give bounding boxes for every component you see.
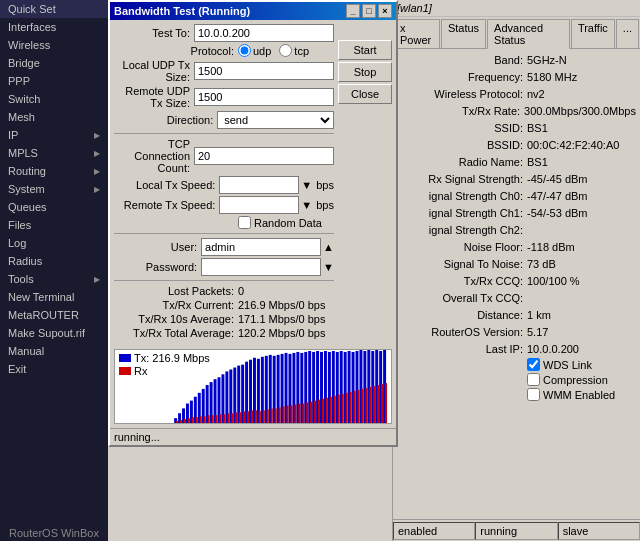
tx-rx-ccq-key: Tx/Rx CCQ:	[397, 275, 527, 287]
svg-rect-87	[306, 403, 308, 423]
sidebar-item-switch[interactable]: Switch	[0, 90, 108, 108]
sidebar-item-metarouter[interactable]: MetaROUTER	[0, 306, 108, 324]
sidebar-branding: RouterOS WinBox	[0, 523, 108, 541]
stop-button[interactable]: Stop	[338, 62, 392, 82]
tcp-conn-label: TCP Connection Count:	[114, 138, 190, 174]
svg-rect-57	[188, 418, 190, 423]
password-input[interactable]	[201, 258, 321, 276]
compression-checkbox[interactable]	[527, 373, 540, 386]
remote-udp-tx-input[interactable]	[194, 88, 334, 106]
udp-radio-label[interactable]: udp	[238, 44, 271, 57]
tab-more[interactable]: ...	[616, 19, 639, 48]
bottom-status-bar: enabled running slave	[393, 519, 640, 541]
wds-link-checkbox[interactable]	[527, 358, 540, 371]
remote-tx-speed-row: Remote Tx Speed: ▼ bps	[114, 196, 334, 214]
last-ip-key: Last IP:	[397, 343, 527, 355]
tcp-radio[interactable]	[279, 44, 292, 57]
sidebar-item-radius[interactable]: Radius	[0, 252, 108, 270]
random-data-label[interactable]: Random Data	[238, 216, 322, 229]
bssid-val: 00:0C:42:F2:40:A0	[527, 139, 636, 151]
wmm-enabled-label: WMM Enabled	[543, 389, 615, 401]
dropdown-arrow-local[interactable]: ▼	[301, 179, 312, 191]
rx-legend-label: Rx	[134, 365, 147, 377]
sidebar-item-manual[interactable]: Manual	[0, 342, 108, 360]
divider-1	[114, 133, 334, 134]
sidebar-item-exit[interactable]: Exit	[0, 360, 108, 378]
sidebar-item-queues[interactable]: Queues	[0, 198, 108, 216]
tab-status[interactable]: Status	[441, 19, 486, 48]
local-udp-tx-input[interactable]	[194, 62, 334, 80]
test-to-input[interactable]	[194, 24, 334, 42]
right-panel: [wlan1] x Power Status Advanced Status T…	[392, 0, 640, 541]
local-udp-tx-label: Local UDP Tx Size:	[114, 59, 190, 83]
sidebar-item-new-terminal[interactable]: New Terminal	[0, 288, 108, 306]
sidebar-item-ip[interactable]: IP ▶	[0, 126, 108, 144]
wmm-enabled-checkbox[interactable]	[527, 388, 540, 401]
svg-rect-105	[377, 385, 379, 423]
direction-select[interactable]: send receive both	[217, 111, 334, 129]
status-field-running: running	[475, 522, 557, 540]
sidebar-item-mpls[interactable]: MPLS ▶	[0, 144, 108, 162]
svg-rect-97	[346, 393, 348, 423]
tcp-conn-input[interactable]	[194, 147, 334, 165]
status-field-slave: slave	[558, 522, 640, 540]
sidebar-item-ppp[interactable]: PPP	[0, 72, 108, 90]
distance-val: 1 km	[527, 309, 636, 321]
status-running-text: running	[480, 525, 517, 537]
tx-rx-total-value: 120.2 Mbps/0 bps	[238, 327, 325, 339]
user-dropdown-arrow[interactable]: ▲	[323, 241, 334, 253]
remote-tx-speed-input[interactable]	[219, 196, 299, 214]
svg-rect-93	[330, 397, 332, 423]
rx-signal-key: Rx Signal Strength:	[397, 173, 527, 185]
sidebar-item-routing[interactable]: Routing ▶	[0, 162, 108, 180]
info-band: Band: 5GHz-N	[393, 51, 640, 68]
tx-rx-10s-label: Tx/Rx 10s Average:	[114, 313, 234, 325]
dropdown-arrow-remote[interactable]: ▼	[301, 199, 312, 211]
maximize-button[interactable]: □	[362, 4, 376, 18]
wireless-protocol-key: Wireless Protocol:	[397, 88, 527, 100]
protocol-row: Protocol: udp tcp	[114, 44, 334, 57]
sidebar-item-mesh[interactable]: Mesh	[0, 108, 108, 126]
svg-rect-100	[357, 390, 359, 423]
direction-row: Direction: send receive both	[114, 111, 334, 129]
sidebar-item-wireless[interactable]: Wireless	[0, 36, 108, 54]
divider-3	[114, 280, 334, 281]
sidebar: Quick Set Interfaces Wireless Bridge PPP…	[0, 0, 108, 541]
lost-packets-label: Lost Packets:	[114, 285, 234, 297]
password-dropdown-arrow[interactable]: ▼	[323, 261, 334, 273]
remote-tx-speed-label: Remote Tx Speed:	[114, 199, 215, 211]
svg-rect-89	[314, 401, 316, 423]
tx-legend: Tx: 216.9 Mbps	[119, 352, 210, 364]
udp-radio[interactable]	[238, 44, 251, 57]
status-enabled-text: enabled	[398, 525, 437, 537]
sidebar-item-system[interactable]: System ▶	[0, 180, 108, 198]
minimize-button[interactable]: _	[346, 4, 360, 18]
sidebar-item-quickset[interactable]: Quick Set	[0, 0, 108, 18]
sidebar-item-make-supout[interactable]: Make Supout.rif	[0, 324, 108, 342]
tab-x-power[interactable]: x Power	[393, 19, 440, 48]
close-window-button[interactable]: ×	[378, 4, 392, 18]
wds-link-label: WDS Link	[543, 359, 592, 371]
chevron-right-icon: ▶	[94, 131, 100, 140]
bw-title: Bandwidth Test (Running)	[114, 5, 250, 17]
sidebar-item-tools[interactable]: Tools ▶	[0, 270, 108, 288]
close-button[interactable]: Close	[338, 84, 392, 104]
tx-color-swatch	[119, 354, 131, 362]
sidebar-item-log[interactable]: Log	[0, 234, 108, 252]
user-input[interactable]	[201, 238, 321, 256]
svg-rect-96	[342, 394, 344, 423]
sidebar-item-interfaces[interactable]: Interfaces	[0, 18, 108, 36]
tab-traffic[interactable]: Traffic	[571, 19, 615, 48]
tcp-radio-label[interactable]: tcp	[279, 44, 309, 57]
tab-advanced-status[interactable]: Advanced Status	[487, 19, 570, 49]
sidebar-item-files[interactable]: Files	[0, 216, 108, 234]
sidebar-item-bridge[interactable]: Bridge	[0, 54, 108, 72]
svg-rect-99	[354, 391, 356, 423]
info-signal-to-noise: Signal To Noise: 73 dB	[393, 255, 640, 272]
random-data-checkbox[interactable]	[238, 216, 251, 229]
start-button[interactable]: Start	[338, 40, 392, 60]
tx-rx-10s-row: Tx/Rx 10s Average: 171.1 Mbps/0 bps	[114, 313, 334, 325]
info-ssid: SSID: BS1	[393, 119, 640, 136]
local-tx-speed-input[interactable]	[219, 176, 299, 194]
svg-rect-65	[219, 414, 221, 423]
